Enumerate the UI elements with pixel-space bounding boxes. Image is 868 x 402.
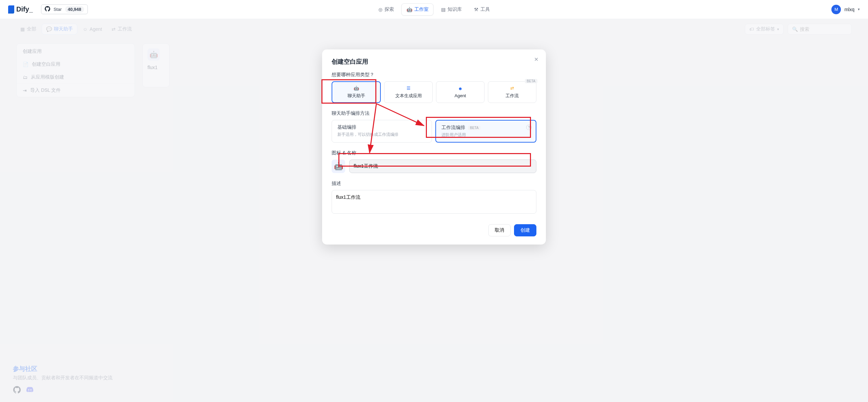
type-chat-label: 聊天助手 <box>348 93 365 99</box>
book-icon: ▤ <box>441 7 446 12</box>
create-app-modal: ✕ 创建空白应用 想要哪种应用类型？ 🤖 聊天助手 ☰ 文本生成应用 ☻ Age… <box>322 49 546 245</box>
nav-knowledge[interactable]: ▤ 知识库 <box>436 3 467 16</box>
type-card-workflow[interactable]: BETA ⇄ 工作流 <box>488 81 536 103</box>
app-desc-input[interactable] <box>332 190 536 214</box>
nav-workspace-label: 工作室 <box>414 6 429 13</box>
modal-actions: 取消 创建 <box>332 224 536 236</box>
logo[interactable]: Dify_ <box>8 5 33 14</box>
arrange-workflow-title: 工作流编排 <box>441 125 465 131</box>
nav-knowledge-label: 知识库 <box>448 6 462 13</box>
type-card-textgen[interactable]: ☰ 文本生成应用 <box>384 81 433 103</box>
type-agent-label: Agent <box>455 93 466 98</box>
nav-center: ◎ 探索 🤖 工作室 ▤ 知识库 ⚒ 工具 <box>374 3 495 16</box>
type-workflow-label: 工作流 <box>506 93 519 99</box>
cancel-button[interactable]: 取消 <box>488 224 511 236</box>
icon-name-label: 图标 & 名称 <box>332 150 536 156</box>
avatar[interactable]: M <box>831 5 841 14</box>
robot-icon: 🤖 <box>407 7 412 12</box>
beta-badge: BETA <box>525 79 537 83</box>
chat-robot-icon: 🤖 <box>354 86 359 91</box>
type-card-chat[interactable]: 🤖 聊天助手 <box>332 81 381 103</box>
type-question: 想要哪种应用类型？ <box>332 72 536 78</box>
github-star-count: 40,948 <box>65 6 84 13</box>
arrange-workflow-sub: 进阶用户适用 <box>441 132 530 138</box>
name-row: 🤖 <box>332 160 536 173</box>
arrange-grid: 基础编排 新手适用，可以切换成工作流编排 工作流编排BETA 进阶用户适用 ? <box>332 120 536 143</box>
user-name[interactable]: mlxq <box>844 7 854 12</box>
type-card-agent[interactable]: ☻ Agent <box>436 81 485 103</box>
text-icon: ☰ <box>407 86 411 91</box>
github-star-label: Star <box>54 7 62 12</box>
type-textgen-label: 文本生成应用 <box>395 93 422 99</box>
nav-tools-label: 工具 <box>480 6 490 13</box>
beta-badge: BETA <box>468 126 480 130</box>
header-right: M mlxq ▾ <box>831 5 860 14</box>
agent-face-icon: ☻ <box>458 86 463 91</box>
app-name-input[interactable] <box>349 160 536 173</box>
arrange-basic-sub: 新手适用，可以切换成工作流编排 <box>337 132 426 137</box>
arrange-question: 聊天助手编排方法 <box>332 110 536 117</box>
compass-icon: ◎ <box>378 7 382 12</box>
modal-title: 创建空白应用 <box>332 58 536 66</box>
type-grid: 🤖 聊天助手 ☰ 文本生成应用 ☻ Agent BETA ⇄ 工作流 <box>332 81 536 103</box>
close-icon[interactable]: ✕ <box>534 56 538 63</box>
nav-explore[interactable]: ◎ 探索 <box>374 3 399 16</box>
nav-tools[interactable]: ⚒ 工具 <box>469 3 495 16</box>
help-icon[interactable]: ? <box>526 125 532 130</box>
app-icon-picker[interactable]: 🤖 <box>332 160 345 173</box>
nav-explore-label: 探索 <box>384 6 394 13</box>
hammer-icon: ⚒ <box>474 7 478 12</box>
create-button[interactable]: 创建 <box>514 224 536 236</box>
github-star-button[interactable]: Star 40,948 <box>41 4 88 14</box>
github-icon <box>45 6 50 13</box>
logo-mark-icon <box>8 5 14 14</box>
arrange-card-workflow[interactable]: 工作流编排BETA 进阶用户适用 ? <box>435 120 536 143</box>
logo-text: Dify_ <box>16 5 33 13</box>
nav-workspace[interactable]: 🤖 工作室 <box>401 3 434 16</box>
avatar-initial: M <box>834 7 838 12</box>
chevron-down-icon[interactable]: ▾ <box>858 7 860 12</box>
arrange-basic-title: 基础编排 <box>337 124 426 130</box>
workflow-icon: ⇄ <box>510 86 514 91</box>
arrange-card-basic[interactable]: 基础编排 新手适用，可以切换成工作流编排 <box>332 120 432 143</box>
desc-label: 描述 <box>332 181 536 187</box>
app-header: Dify_ Star 40,948 ◎ 探索 🤖 工作室 ▤ 知识库 ⚒ 工具 … <box>0 0 868 19</box>
page-body: ▦全部 💬聊天助手 ☺Agent ⇄工作流 🏷全部标签▾ 🔍 创建应用 📄创建空… <box>0 19 868 402</box>
